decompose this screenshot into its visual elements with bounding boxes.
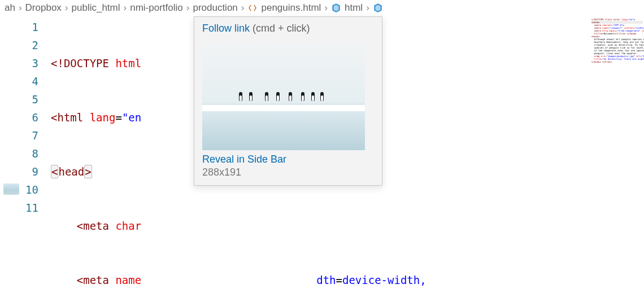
penguin-icon — [263, 92, 270, 108]
penguin-icon — [275, 92, 281, 108]
breadcrumb-item[interactable]: html — [345, 2, 363, 14]
line-number: 6 — [0, 108, 38, 126]
line-number: 10 — [0, 181, 38, 199]
breadcrumb: ah › Dropbox › public_html › nmi-portfol… — [0, 0, 644, 16]
symbol-icon — [331, 3, 341, 13]
line-number-gutter: 1 2 3 4 5 6 7 8 9 10 11 — [0, 16, 51, 306]
penguin-icon — [319, 92, 325, 108]
minimap[interactable]: <!DOCTYPE html> <html lang="en"> <head> … — [590, 16, 644, 304]
line-number: 3 — [0, 54, 38, 72]
hover-header: Follow link (cmd + click) — [194, 17, 382, 40]
hover-footer: Reveal in Side Bar 288x191 — [194, 154, 382, 185]
breadcrumb-item[interactable]: penguins.html — [261, 2, 321, 14]
line-number: 1 — [0, 18, 38, 36]
chevron-right-icon: › — [186, 2, 190, 14]
hover-hint: (cmd + click) — [250, 23, 310, 34]
chevron-right-icon: › — [366, 2, 369, 14]
line-number: 9 — [0, 163, 38, 181]
breadcrumb-item[interactable]: public_html — [72, 2, 120, 14]
chevron-right-icon: › — [241, 2, 245, 14]
chevron-right-icon: › — [19, 2, 22, 14]
chevron-right-icon: › — [324, 2, 328, 14]
image-dimensions: 288x191 — [202, 167, 241, 178]
penguin-icon — [247, 92, 254, 108]
chevron-right-icon: › — [124, 2, 127, 14]
code-line[interactable]: <meta namedth=device-width, — [51, 271, 644, 289]
code-file-icon — [247, 3, 258, 13]
symbol-icon — [373, 3, 383, 13]
reveal-in-sidebar-action[interactable]: Reveal in Side Bar — [202, 154, 374, 165]
image-preview — [202, 42, 365, 150]
breadcrumb-item[interactable]: production — [193, 2, 237, 14]
breadcrumb-item[interactable]: ah — [5, 2, 15, 14]
line-number: 8 — [0, 145, 38, 163]
follow-link-action[interactable]: Follow link — [202, 23, 250, 34]
penguin-icon — [237, 92, 244, 108]
line-number: 7 — [0, 126, 38, 145]
hover-popup: Follow link (cmd + click) Reveal in Side… — [194, 16, 382, 186]
line-number: 5 — [0, 90, 38, 108]
line-number: 4 — [0, 72, 38, 90]
line-number: 11 — [0, 199, 38, 217]
line-number: 2 — [0, 36, 38, 54]
penguin-icon — [310, 92, 316, 108]
breadcrumb-item[interactable]: Dropbox — [25, 2, 62, 14]
chevron-right-icon: › — [65, 2, 68, 14]
code-line[interactable]: <meta char — [51, 217, 644, 235]
breadcrumb-item[interactable]: nmi-portfolio — [130, 2, 183, 14]
penguin-icon — [287, 92, 294, 108]
penguin-icon — [299, 92, 306, 108]
gutter-image-thumb-icon — [3, 183, 19, 195]
